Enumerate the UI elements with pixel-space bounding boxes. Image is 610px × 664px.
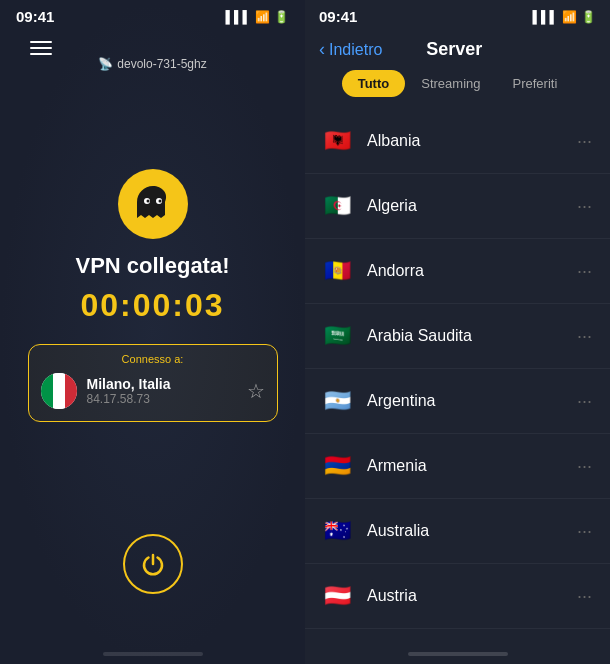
hamburger-button[interactable]	[30, 41, 52, 55]
connection-city: Milano, Italia	[87, 376, 237, 392]
right-status-icons: ▌▌▌ 📶 🔋	[532, 10, 596, 24]
armenia-flag: 🇦🇲	[319, 448, 355, 484]
tab-preferiti[interactable]: Preferiti	[496, 70, 573, 97]
albania-name: Albania	[367, 132, 573, 150]
right-signal-icon: ▌▌▌	[532, 10, 558, 24]
left-main-content: VPN collegata! 00:00:03 Connesso a: Mila…	[28, 57, 278, 534]
andorra-more-button[interactable]: ···	[573, 257, 596, 286]
signal-icon: ▌▌▌	[225, 10, 251, 24]
right-time: 09:41	[319, 8, 357, 25]
back-chevron-icon: ‹	[319, 39, 325, 60]
connection-info: Milano, Italia 84.17.58.73	[87, 376, 237, 406]
server-item-australia[interactable]: 🇦🇺 Australia ···	[305, 499, 610, 564]
andorra-name: Andorra	[367, 262, 573, 280]
bahamas-flag: 🇧🇸	[319, 643, 355, 644]
server-panel-title: Server	[426, 39, 482, 60]
left-status-icons: ▌▌▌ 📶 🔋	[225, 10, 289, 24]
svg-point-3	[158, 200, 161, 203]
armenia-name: Armenia	[367, 457, 573, 475]
argentina-more-button[interactable]: ···	[573, 387, 596, 416]
albania-flag: 🇦🇱	[319, 123, 355, 159]
algeria-name: Algeria	[367, 197, 573, 215]
connection-label: Connesso a:	[41, 353, 265, 365]
hamburger-line-2	[30, 47, 52, 49]
hamburger-line-1	[30, 41, 52, 43]
battery-icon: 🔋	[274, 10, 289, 24]
arabia-saudita-more-button[interactable]: ···	[573, 322, 596, 351]
server-item-andorra[interactable]: 🇦🇩 Andorra ···	[305, 239, 610, 304]
server-item-albania[interactable]: 🇦🇱 Albania ···	[305, 109, 610, 174]
right-header: ‹ Indietro Server	[305, 33, 610, 70]
arabia-saudita-name: Arabia Saudita	[367, 327, 573, 345]
server-panel: 09:41 ▌▌▌ 📶 🔋 ‹ Indietro Server Tutto St…	[305, 0, 610, 664]
australia-name: Australia	[367, 522, 573, 540]
favorite-button[interactable]: ☆	[247, 379, 265, 403]
italy-flag	[41, 373, 77, 409]
tab-tutto[interactable]: Tutto	[342, 70, 406, 97]
server-list: 🇦🇱 Albania ··· 🇩🇿 Algeria ··· 🇦🇩 Andorra…	[305, 109, 610, 644]
left-time: 09:41	[16, 8, 54, 25]
right-battery-icon: 🔋	[581, 10, 596, 24]
argentina-name: Argentina	[367, 392, 573, 410]
right-bottom-bar	[408, 652, 508, 656]
wifi-icon: 📶	[255, 10, 270, 24]
server-item-bahamas[interactable]: 🇧🇸 Bahamas ···	[305, 629, 610, 644]
server-item-arabia-saudita[interactable]: 🇸🇦 Arabia Saudita ···	[305, 304, 610, 369]
armenia-more-button[interactable]: ···	[573, 452, 596, 481]
right-status-bar: 09:41 ▌▌▌ 📶 🔋	[305, 0, 610, 33]
svg-point-2	[146, 200, 149, 203]
australia-flag: 🇦🇺	[319, 513, 355, 549]
ghost-icon	[131, 182, 175, 226]
server-item-argentina[interactable]: 🇦🇷 Argentina ···	[305, 369, 610, 434]
connection-box: Connesso a: Milano, Italia 84.17.58.73 ☆	[28, 344, 278, 422]
albania-more-button[interactable]: ···	[573, 127, 596, 156]
power-button-wrap	[123, 534, 183, 594]
vpn-timer: 00:00:03	[80, 287, 224, 324]
left-top-row	[0, 33, 305, 57]
australia-more-button[interactable]: ···	[573, 517, 596, 546]
arabia-saudita-flag: 🇸🇦	[319, 318, 355, 354]
server-item-armenia[interactable]: 🇦🇲 Armenia ···	[305, 434, 610, 499]
vpn-status-label: VPN collegata!	[75, 253, 229, 279]
power-button[interactable]	[123, 534, 183, 594]
back-label: Indietro	[329, 41, 382, 59]
tab-streaming[interactable]: Streaming	[405, 70, 496, 97]
austria-flag: 🇦🇹	[319, 578, 355, 614]
algeria-flag: 🇩🇿	[319, 188, 355, 224]
connection-ip: 84.17.58.73	[87, 392, 237, 406]
server-item-algeria[interactable]: 🇩🇿 Algeria ···	[305, 174, 610, 239]
right-wifi-icon: 📶	[562, 10, 577, 24]
flag-green	[41, 373, 53, 409]
back-button[interactable]: ‹ Indietro	[319, 39, 382, 60]
andorra-flag: 🇦🇩	[319, 253, 355, 289]
left-status-bar: 09:41 ▌▌▌ 📶 🔋	[0, 0, 305, 33]
austria-more-button[interactable]: ···	[573, 582, 596, 611]
cyberghost-logo	[118, 169, 188, 239]
hamburger-line-3	[30, 53, 52, 55]
algeria-more-button[interactable]: ···	[573, 192, 596, 221]
connection-details: Milano, Italia 84.17.58.73 ☆	[41, 373, 265, 409]
flag-red	[65, 373, 77, 409]
power-icon	[141, 552, 165, 576]
flag-white	[53, 373, 65, 409]
server-item-austria[interactable]: 🇦🇹 Austria ···	[305, 564, 610, 629]
austria-name: Austria	[367, 587, 573, 605]
argentina-flag: 🇦🇷	[319, 383, 355, 419]
filter-tabs: Tutto Streaming Preferiti	[305, 70, 610, 109]
vpn-panel: 09:41 ▌▌▌ 📶 🔋 📡 devolo-731-5ghz	[0, 0, 305, 664]
